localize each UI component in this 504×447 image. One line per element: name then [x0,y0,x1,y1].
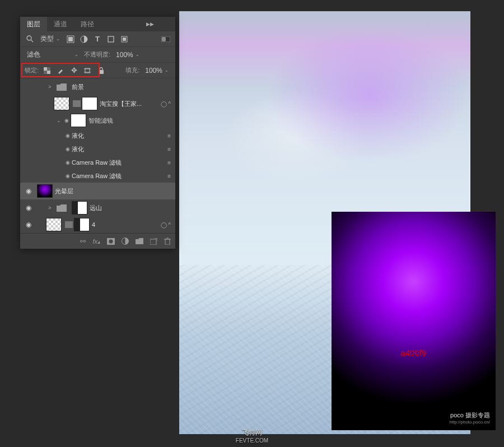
filter-visibility-icon[interactable]: ◉ [64,160,72,165]
expand-icon[interactable]: ⌄ [55,118,63,123]
layer-controls[interactable]: ◯ ^ [161,101,171,107]
visibility-toggle[interactable]: ◉ [20,187,37,195]
layer-controls[interactable]: ≡ [167,146,171,152]
lock-brush-icon[interactable] [55,66,66,76]
svg-rect-20 [150,239,156,245]
lock-artboard-icon[interactable] [82,66,92,76]
chevron-down-icon: ⌄ [165,68,169,73]
poco-brand: poco 摄影专题 [450,412,490,418]
watermark-url: FEVTE.COM [0,437,504,444]
svg-rect-3 [68,37,73,41]
opacity-label: 不透明度: [84,50,110,59]
lock-position-icon[interactable]: ✥ [69,66,79,76]
layer-controls[interactable]: ≡ [167,133,171,139]
folder-icon [54,80,69,94]
trash-icon[interactable] [164,238,171,245]
layer-thumbnail [46,218,62,231]
layers-panel: ▶▶ 图层 通道 路径 类型 ⌄ T 滤色 ⌄ 不透明度: 100% ⌄ 锁定: [20,17,175,249]
svg-rect-21 [165,239,170,245]
panel-menu-icon[interactable]: ▶▶ [146,21,154,27]
layer-list: >前景淘宝搜【王家...◯ ^⌄◉智能滤镜◉液化≡◉液化≡◉Camera Raw… [20,78,175,233]
filter-visibility-icon[interactable]: ◉ [64,146,72,152]
link-icon [73,100,81,107]
expand-icon[interactable]: > [46,205,54,211]
lock-all-icon[interactable] [96,66,106,76]
svg-rect-11 [44,67,47,71]
layer-row[interactable]: ◉>远山 [20,199,175,216]
filter-kind-label: 类型 [40,34,54,44]
opacity-value: 100% [116,51,133,59]
mask-icon[interactable] [107,238,115,245]
mask-thumbnail [74,218,90,231]
filter-smart-icon[interactable] [119,34,129,44]
mask-thumbnail [72,201,87,215]
link-icon [65,221,73,228]
layer-row[interactable]: ◉液化≡ [20,142,175,156]
layer-name: 液化 [72,145,165,153]
group-icon[interactable] [136,238,143,244]
svg-point-18 [109,239,113,243]
site-watermark: 飞特网 FEVTE.COM [0,428,504,444]
layer-row[interactable]: ◉Camera Raw 滤镜≡ [20,169,175,183]
tab-paths[interactable]: 路径 [74,17,101,31]
layer-row[interactable]: ◉光晕层 [20,183,175,199]
filter-visibility-icon[interactable]: ◉ [64,133,72,138]
fx-icon[interactable]: fx▴ [92,238,100,245]
filter-shape-icon[interactable] [106,34,116,44]
filter-text-icon[interactable]: T [92,34,102,44]
opacity-input[interactable]: 100% ⌄ [114,50,142,60]
layer-name: 4 [92,221,158,228]
svg-rect-7 [123,38,126,41]
visibility-toggle[interactable]: ◉ [20,221,37,229]
filter-pixel-icon[interactable] [66,34,76,44]
layer-controls[interactable]: ≡ [167,173,171,179]
search-icon[interactable] [25,34,35,44]
visibility-toggle[interactable]: ◉ [20,204,37,212]
poco-watermark: poco 摄影专题 http://photo.poco.cn/ [450,411,491,425]
adjustment-icon[interactable] [122,238,129,245]
layer-row[interactable]: 淘宝搜【王家...◯ ^ [20,95,175,112]
layer-row[interactable]: >前景 [20,78,175,95]
blend-mode-row: 滤色 ⌄ 不透明度: 100% ⌄ [20,47,175,63]
layer-name: 智能滤镜 [88,117,171,125]
svg-rect-5 [108,36,114,42]
layer-name: 淘宝搜【王家... [100,100,158,108]
layer-controls[interactable]: ◯ ^ [161,222,171,228]
svg-rect-16 [99,70,104,74]
layer-row[interactable]: ◉Camera Raw 滤镜≡ [20,156,175,169]
fill-value: 100% [145,67,162,74]
filter-kind-dropdown[interactable]: 类型 ⌄ [38,33,62,45]
lock-row: 锁定: ✥ 填充: 100% ⌄ [20,63,175,78]
link-layers-icon[interactable]: ⚯ [80,238,86,245]
layer-row[interactable]: ◉4◯ ^ [20,216,175,233]
lock-transparent-icon[interactable] [42,66,52,76]
layer-controls[interactable]: ≡ [167,160,171,166]
layer-thumbnail [37,184,53,198]
chevron-down-icon: ⌄ [136,52,139,57]
filter-visibility-icon[interactable]: ◉ [64,173,72,179]
watermark-name: 飞特网 [242,429,262,436]
expand-icon[interactable]: > [46,84,54,90]
fill-input[interactable]: 100% ⌄ [143,66,171,76]
filter-adjust-icon[interactable] [79,34,89,44]
layer-name: 液化 [72,132,165,140]
lock-label: 锁定: [25,66,39,74]
new-layer-icon[interactable] [150,238,157,245]
fill-label: 填充: [125,66,139,74]
svg-rect-12 [47,71,50,74]
mask-thumbnail [82,97,97,110]
tab-channels[interactable]: 通道 [47,17,74,31]
filter-toggle-icon[interactable] [161,34,171,44]
svg-point-0 [27,36,31,40]
blend-mode-dropdown[interactable]: 滤色 ⌄ [25,49,81,60]
blend-mode-value: 滤色 [27,50,40,59]
svg-line-1 [31,40,33,42]
layer-name: Camera Raw 滤镜 [72,159,165,167]
layer-row[interactable]: ◉液化≡ [20,129,175,142]
filter-type-row: 类型 ⌄ T [20,31,175,47]
layer-row[interactable]: ⌄◉智能滤镜 [20,112,175,129]
tab-layers[interactable]: 图层 [20,17,47,31]
layer-name: 前景 [72,83,171,91]
layer-thumbnail [71,114,86,127]
filter-visibility-icon[interactable]: ◉ [63,118,71,123]
